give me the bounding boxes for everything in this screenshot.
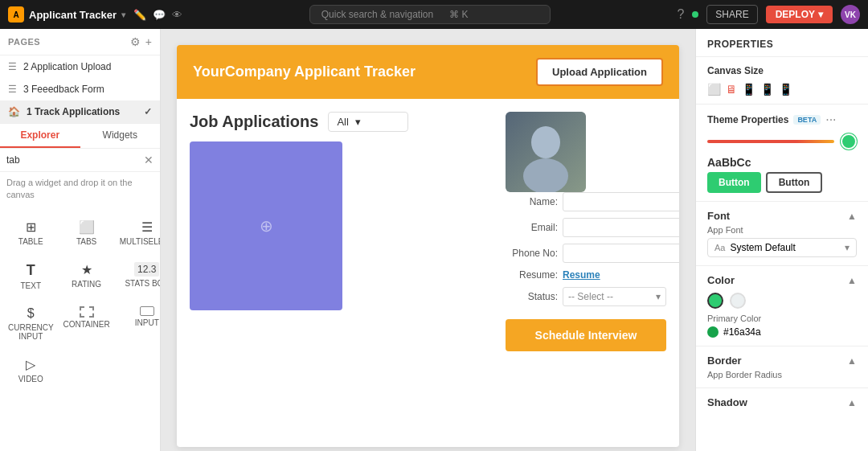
widget-container[interactable]: CONTAINER (60, 300, 113, 347)
primary-color-swatch[interactable] (707, 326, 719, 338)
status-placeholder: -- Select -- (568, 291, 613, 302)
multiselect-icon: ☰ (141, 219, 153, 235)
widget-text[interactable]: T TEXT (5, 256, 57, 297)
app-right-panel: Name: Email: Phone No: Resume: Resume (506, 112, 666, 351)
monitor-icon[interactable]: 🖥 (726, 83, 737, 96)
font-collapse-icon[interactable]: ▲ (847, 211, 857, 222)
properties-title: PROPERTIES (696, 29, 868, 57)
pages-header-icons: ⚙ + (130, 35, 152, 48)
widget-video[interactable]: ▷ VIDEO (5, 351, 57, 390)
light-color-dot[interactable] (730, 293, 746, 309)
widget-text-label: TEXT (20, 281, 41, 290)
table-icon: ⊞ (26, 219, 36, 235)
widget-multiselect[interactable]: ☰ MULTISELECT (117, 213, 161, 252)
email-label: Email: (506, 222, 558, 233)
page-icon-feedback: ☰ (8, 84, 17, 95)
widget-table[interactable]: ⊞ TABLE (5, 213, 57, 252)
sidebar-item-track-applications[interactable]: 🏠 1 Track Applications ✓ (0, 100, 160, 123)
status-indicator (692, 11, 698, 18)
border-title: Border ▲ (707, 355, 857, 367)
page-label-track: 1 Track Applications (27, 106, 120, 117)
deploy-button[interactable]: DEPLOY ▾ (766, 6, 833, 23)
tab-widgets[interactable]: Widgets (80, 124, 161, 148)
blue-widget-placeholder[interactable]: ⊕ (190, 141, 342, 310)
widget-search-row: ✕ (0, 149, 160, 172)
add-page-icon[interactable]: + (145, 35, 152, 48)
tablet-portrait-icon[interactable]: 📱 (760, 83, 774, 96)
search-bar[interactable]: Quick search & navigation ⌘ K (309, 5, 551, 24)
font-section: Font ▲ App Font Aa System Default ▾ (696, 202, 868, 266)
comment-icon[interactable]: 💬 (153, 9, 166, 21)
theme-toggle[interactable] (841, 133, 857, 150)
shadow-section: Shadow ▲ (696, 388, 868, 416)
widget-statsbox[interactable]: 12.3 STATS BOX (117, 256, 161, 297)
canvas-size-icons: ⬜ 🖥 📱 📱 📱 (707, 83, 857, 96)
border-collapse-icon[interactable]: ▲ (847, 355, 857, 367)
font-name: System Default (730, 242, 840, 253)
mobile-icon[interactable]: 📱 (779, 83, 792, 96)
shadow-collapse-icon[interactable]: ▲ (847, 397, 857, 408)
settings-icon[interactable]: ⚙ (130, 35, 141, 48)
email-input[interactable] (563, 218, 679, 237)
applicant-photo (506, 112, 586, 192)
app-header-title: YourCompany Applicant Tracker (193, 64, 416, 80)
dropdown-arrow-icon[interactable]: ▾ (121, 10, 125, 19)
app-content: Job Applications All ▾ ⊕ (177, 99, 679, 364)
help-icon[interactable]: ? (677, 7, 684, 22)
theme-progress-bar (707, 140, 834, 143)
widget-input[interactable]: INPUT (117, 300, 161, 347)
search-placeholder: Quick search & navigation (321, 9, 433, 20)
resume-link[interactable]: Resume (563, 269, 666, 281)
clear-search-icon[interactable]: ✕ (144, 154, 154, 166)
widget-table-label: TABLE (18, 237, 43, 246)
canvas[interactable]: YourCompany Applicant Tracker Upload App… (161, 29, 695, 451)
canvas-size-label: Canvas Size (707, 65, 857, 76)
applicant-image (506, 112, 586, 192)
theme-section: Theme Properties BETA ··· AaBbCc Button … (696, 105, 868, 202)
name-input[interactable] (563, 192, 679, 211)
avatar[interactable]: VK (841, 5, 860, 24)
share-button[interactable]: SHARE (706, 5, 757, 24)
shadow-title: Shadow ▲ (707, 396, 857, 408)
sidebar-item-feedback-form[interactable]: ☰ 3 Feeedback Form (0, 78, 160, 100)
page-icon-track: 🏠 (8, 106, 20, 117)
upload-application-button[interactable]: Upload Application (536, 58, 663, 86)
schedule-interview-button[interactable]: Schedule Interview (506, 319, 666, 351)
widget-tabs[interactable]: ⬜ TABS (60, 213, 113, 252)
primary-button-sample[interactable]: Button (707, 172, 761, 193)
tab-explorer[interactable]: Explorer (0, 124, 80, 148)
primary-color-label: Primary Color (707, 314, 857, 323)
svg-point-2 (523, 158, 568, 192)
widget-rating[interactable]: ★ RATING (60, 256, 113, 297)
statsbox-icon: 12.3 (134, 262, 159, 277)
phone-input[interactable] (563, 244, 679, 263)
logo-icon: A (8, 6, 24, 23)
form-row-phone: Phone No: (506, 244, 666, 263)
edit-icon[interactable]: ✏️ (133, 9, 146, 21)
color-swatches (707, 293, 857, 309)
widget-currency[interactable]: $ CURRENCY INPUT (5, 300, 57, 347)
deploy-chevron-icon: ▾ (818, 9, 823, 20)
filter-chevron-icon: ▾ (355, 116, 361, 128)
section-title: Job Applications (190, 113, 318, 131)
font-selector[interactable]: Aa System Default ▾ (707, 238, 857, 257)
desktop-icon[interactable]: ⬜ (707, 83, 721, 96)
sidebar-item-application-upload[interactable]: ☰ 2 Application Upload (0, 55, 160, 78)
sidebar: PAGES ⚙ + ☰ 2 Application Upload ☰ 3 Fee… (0, 29, 161, 451)
widget-multiselect-label: MULTISELECT (120, 237, 161, 246)
green-color-dot[interactable] (707, 293, 723, 309)
name-label: Name: (506, 196, 558, 207)
border-radius-label: App Border Radius (707, 370, 857, 379)
status-select[interactable]: -- Select -- ▾ (563, 287, 666, 306)
color-collapse-icon[interactable]: ▲ (847, 275, 857, 286)
container-icon (80, 306, 94, 318)
filter-select[interactable]: All ▾ (328, 112, 408, 132)
outline-button-sample[interactable]: Button (766, 172, 823, 193)
border-section: Border ▲ App Border Radius (696, 346, 868, 388)
widget-search-input[interactable] (6, 154, 139, 166)
tablet-icon[interactable]: 📱 (742, 83, 755, 96)
canvas-size-section: Canvas Size ⬜ 🖥 📱 📱 📱 (696, 57, 868, 105)
theme-more-icon[interactable]: ··· (825, 113, 836, 127)
widget-tabs-label: TABS (76, 237, 96, 246)
eye-icon[interactable]: 👁 (172, 9, 182, 21)
